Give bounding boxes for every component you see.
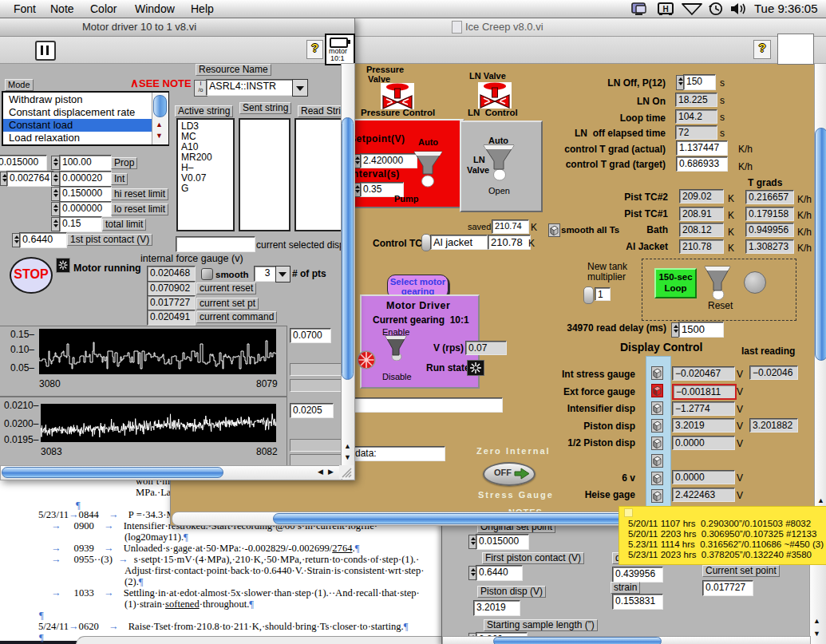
svg-text:H: H [662,5,668,14]
